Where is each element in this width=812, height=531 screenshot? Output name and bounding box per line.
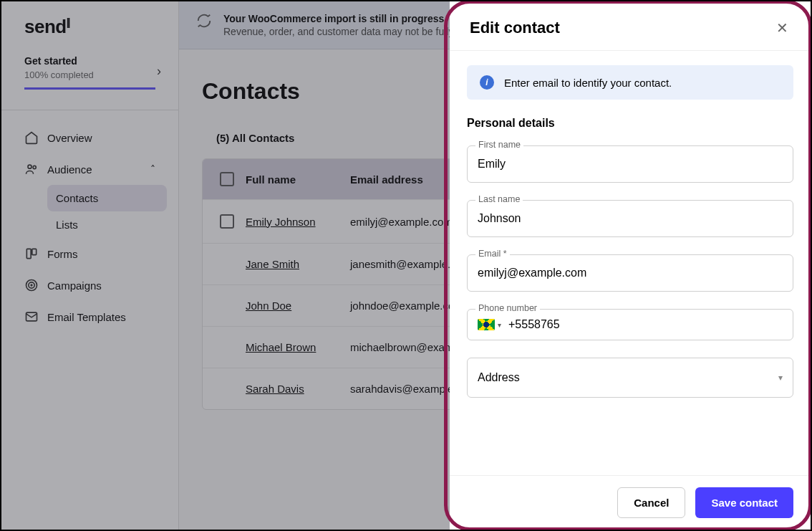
first-name-label: First name: [475, 140, 523, 150]
cancel-button[interactable]: Cancel: [617, 487, 685, 518]
email-input[interactable]: [467, 254, 793, 292]
address-accordion[interactable]: Address ▾: [467, 358, 793, 398]
last-name-input[interactable]: [467, 200, 793, 237]
email-label: Email *: [475, 249, 510, 259]
caret-down-icon: ▾: [498, 321, 501, 329]
last-name-label: Last name: [475, 194, 523, 204]
first-name-input[interactable]: [467, 145, 793, 183]
phone-input[interactable]: [508, 318, 783, 331]
info-banner: i Enter email to identify your contact.: [467, 65, 793, 100]
save-contact-button[interactable]: Save contact: [695, 487, 793, 518]
phone-label: Phone number: [475, 303, 540, 313]
country-select[interactable]: ▾: [478, 319, 501, 330]
info-icon: i: [480, 75, 494, 90]
edit-contact-drawer: Edit contact ✕ i Enter email to identify…: [450, 1, 811, 530]
flag-brazil-icon: [478, 319, 495, 330]
caret-down-icon: ▾: [778, 373, 783, 383]
close-icon[interactable]: ✕: [773, 19, 791, 37]
drawer-title: Edit contact: [470, 19, 560, 37]
section-personal-details: Personal details: [467, 117, 793, 130]
